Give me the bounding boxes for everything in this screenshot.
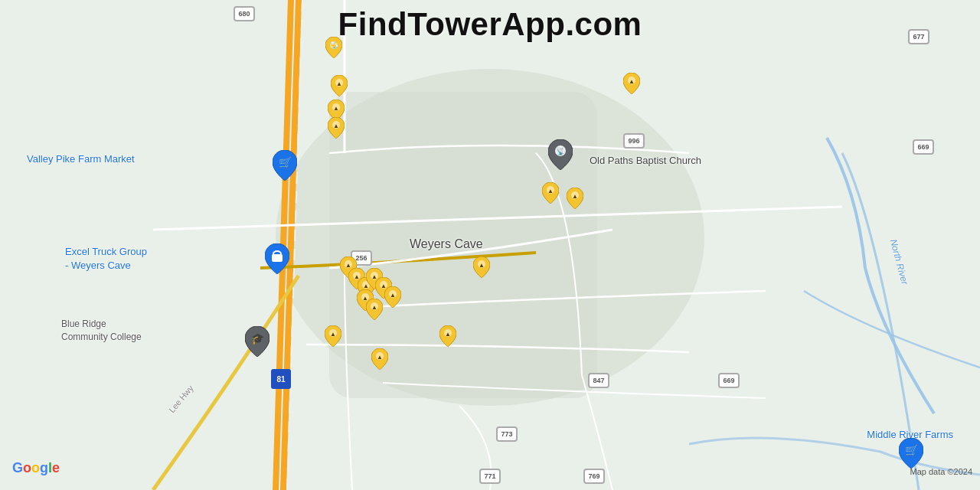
- svg-text:▲: ▲: [371, 304, 377, 311]
- route-marker-677: 677: [908, 29, 929, 44]
- tower-pin-t15[interactable]: ▲: [473, 256, 490, 278]
- svg-text:▲: ▲: [377, 354, 383, 361]
- excel-truck-label: Excel Truck Group- Weyers Cave: [65, 245, 147, 273]
- svg-text:▲: ▲: [572, 193, 578, 200]
- svg-text:▲: ▲: [629, 78, 635, 85]
- svg-text:📡: 📡: [556, 146, 566, 156]
- route-marker-847: 847: [588, 373, 609, 388]
- route-marker-669a: 669: [913, 139, 934, 155]
- tower-pin-t2[interactable]: ▲: [331, 75, 348, 96]
- svg-text:▲: ▲: [445, 331, 451, 338]
- cart-pin-valley-pike[interactable]: 🛒: [273, 150, 297, 181]
- svg-text:▲: ▲: [336, 80, 342, 87]
- tower-pin-t14[interactable]: ▲: [366, 299, 383, 320]
- route-marker-680: 680: [234, 6, 255, 21]
- route-marker-773: 773: [496, 426, 518, 442]
- tower-pin-t12[interactable]: ▲: [384, 286, 401, 308]
- route-marker-669b: 669: [718, 373, 740, 388]
- tower-pin-t5[interactable]: ▲: [542, 182, 559, 204]
- map-background: [0, 0, 980, 490]
- site-title: FindTowerApp.com: [338, 6, 642, 43]
- valley-pike-label: Valley Pike Farm Market: [27, 153, 135, 166]
- tower-pin-t17[interactable]: ▲: [371, 348, 388, 370]
- route-marker-996: 996: [623, 133, 645, 149]
- old-paths-label: Old Paths Baptist Church: [590, 155, 701, 166]
- map-container: FindTowerApp.com Valley Pike Farm Market…: [0, 0, 980, 490]
- svg-text:▲: ▲: [333, 122, 339, 129]
- tower-pin-t19[interactable]: ▲: [623, 73, 640, 94]
- svg-text:▲: ▲: [390, 292, 396, 299]
- google-logo: Google: [12, 460, 60, 476]
- svg-text:▲: ▲: [479, 262, 485, 269]
- tower-pin-t16[interactable]: ▲: [325, 325, 341, 347]
- tower-pin-t6[interactable]: ▲: [567, 188, 583, 209]
- weyers-cave-label: Weyers Cave: [410, 237, 483, 251]
- svg-text:🛒: 🛒: [905, 444, 919, 457]
- route-marker-771: 771: [479, 469, 501, 484]
- blue-ridge-label: Blue RidgeCommunity College: [61, 318, 142, 344]
- map-data-attribution: Map data ©2024: [910, 467, 973, 476]
- svg-text:▲: ▲: [547, 188, 554, 194]
- old-paths-pin[interactable]: 📡: [548, 139, 573, 170]
- svg-text:▲: ▲: [333, 105, 339, 112]
- interstate-81-shield: 81: [271, 369, 291, 389]
- svg-text:⚡: ⚡: [330, 41, 338, 49]
- excel-truck-pin[interactable]: [265, 243, 289, 274]
- cart-pin-middle-river[interactable]: 🛒: [899, 438, 923, 469]
- route-marker-769: 769: [583, 469, 605, 484]
- svg-text:▲: ▲: [330, 331, 336, 338]
- tower-pin-t4[interactable]: ▲: [328, 117, 345, 139]
- svg-text:🎓: 🎓: [251, 332, 265, 345]
- graduation-pin[interactable]: 🎓: [245, 326, 270, 357]
- svg-text:🛒: 🛒: [279, 156, 292, 169]
- tower-pin-t18[interactable]: ▲: [439, 325, 456, 347]
